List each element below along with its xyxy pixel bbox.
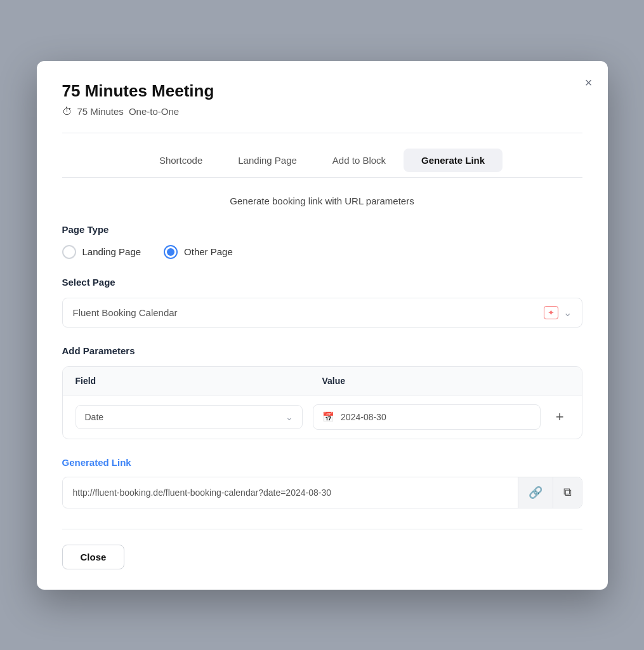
col-header-field: Field [76,376,322,386]
parameters-table: Field Value Date ⌄ 📅 2024-08-30 + [62,366,582,439]
copy-icon: ⧉ [563,486,572,499]
select-page-dropdown[interactable]: Fluent Booking Calendar ✦ ⌄ [62,298,582,328]
table-row: Date ⌄ 📅 2024-08-30 + [63,395,582,439]
meeting-type-label: One-to-One [129,106,179,117]
field-dropdown[interactable]: Date ⌄ [76,405,303,429]
copy-link-button[interactable]: ⧉ [553,477,582,508]
dropdown-icons: ✦ ⌄ [544,306,572,319]
add-row-button[interactable]: + [551,408,569,427]
link-action-buttons: 🔗 ⧉ [518,477,582,508]
overlay: × 75 Minutes Meeting ⏱ 75 Minutes One-to… [0,0,644,650]
field-value: Date [85,412,104,422]
calendar-icon: 📅 [322,411,334,423]
title-divider [62,133,582,133]
close-icon: × [585,76,593,89]
tab-shortcode[interactable]: Shortcode [141,149,220,172]
generated-link-url: http://fluent-booking.de/fluent-booking-… [63,479,518,506]
chevron-down-icon: ⌄ [563,307,572,319]
page-type-label: Page Type [62,224,582,235]
clock-icon: ⏱ [62,106,72,117]
radio-circle-other-page [164,245,178,259]
value-input[interactable]: 📅 2024-08-30 [313,404,541,430]
table-header: Field Value [63,367,582,395]
field-chevron-icon: ⌄ [286,412,293,422]
tab-generate-link[interactable]: Generate Link [404,149,503,172]
radio-option-other-page[interactable]: Other Page [164,245,233,259]
select-page-value: Fluent Booking Calendar [73,307,544,318]
star-icon: ✦ [544,306,558,319]
generated-link-label: Generated Link [62,457,582,468]
modal-container: × 75 Minutes Meeting ⏱ 75 Minutes One-to… [37,61,608,590]
radio-label-other-page: Other Page [184,246,233,257]
radio-circle-landing-page [62,245,76,259]
radio-label-landing-page: Landing Page [82,246,141,257]
select-page-label: Select Page [62,277,582,288]
close-icon-button[interactable]: × [582,74,595,91]
col-header-value: Value [322,376,569,386]
tab-add-to-block[interactable]: Add to Block [315,149,404,172]
modal-footer: Close [62,529,582,569]
tabs-container: Shortcode Landing Page Add to Block Gene… [62,149,582,172]
generated-link-box: http://fluent-booking.de/fluent-booking-… [62,477,582,508]
modal-subtitle: ⏱ 75 Minutes One-to-One [62,106,582,117]
tab-landing-page[interactable]: Landing Page [220,149,315,172]
radio-option-landing-page[interactable]: Landing Page [62,245,141,259]
close-button[interactable]: Close [62,545,125,569]
section-subtitle: Generate booking link with URL parameter… [62,196,582,206]
radio-group: Landing Page Other Page [62,245,582,259]
tabs-divider [62,177,582,178]
date-value: 2024-08-30 [341,412,386,422]
link-icon: 🔗 [529,486,542,500]
add-parameters-label: Add Parameters [62,345,582,356]
open-link-button[interactable]: 🔗 [518,477,553,508]
modal-title: 75 Minutes Meeting [62,81,582,101]
duration-label: 75 Minutes [77,106,124,117]
